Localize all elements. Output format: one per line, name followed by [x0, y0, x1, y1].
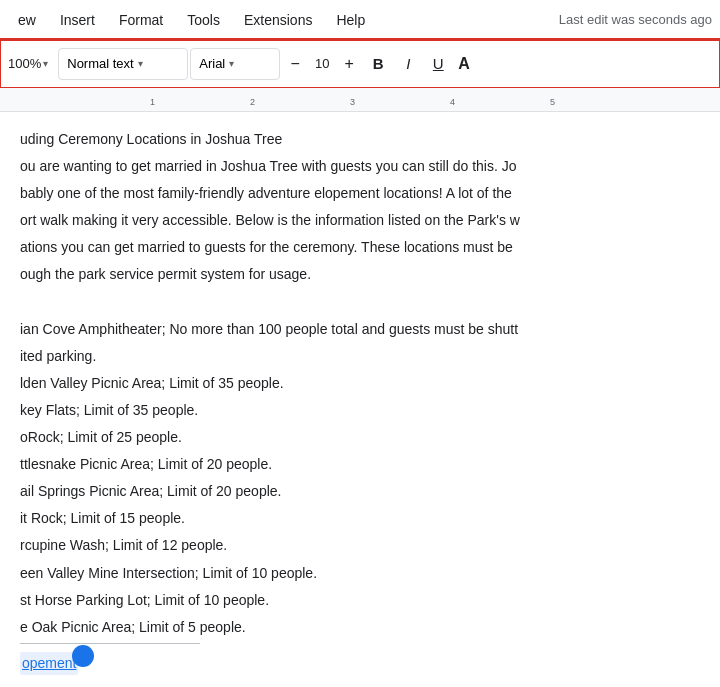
document-area[interactable]: uding Ceremony Locations in Joshua Tree …: [0, 112, 720, 687]
underline-button[interactable]: U: [424, 50, 452, 78]
line-7: ian Cove Amphitheater; No more than 100 …: [20, 318, 700, 341]
menu-item-view[interactable]: ew: [8, 8, 46, 32]
bold-button[interactable]: B: [364, 50, 392, 78]
line-6: [20, 291, 700, 314]
menu-item-help[interactable]: Help: [326, 8, 375, 32]
line-15: rcupine Wash; Limit of 12 people.: [20, 534, 700, 557]
line-1: ou are wanting to get married in Joshua …: [20, 155, 700, 178]
zoom-value: 100%: [8, 56, 41, 71]
last-edit-status: Last edit was seconds ago: [559, 12, 712, 27]
font-dropdown-icon: ▾: [229, 58, 234, 69]
horizontal-rule: [20, 643, 200, 644]
ruler-mark-5: 5: [550, 97, 555, 107]
font-select[interactable]: Arial ▾: [190, 48, 280, 80]
ruler-mark-2: 2: [250, 97, 255, 107]
ruler-mark-4: 4: [450, 97, 455, 107]
line-13: ail Springs Picnic Area; Limit of 20 peo…: [20, 480, 700, 503]
line-9: lden Valley Picnic Area; Limit of 35 peo…: [20, 372, 700, 395]
line-18: e Oak Picnic Area; Limit of 5 people.: [20, 616, 700, 639]
style-select-value: Normal text: [67, 56, 133, 71]
line-2: bably one of the most family-friendly ad…: [20, 182, 700, 205]
autocomplete-suggestion: opement: [20, 652, 78, 675]
ruler: 1 2 3 4 5: [0, 88, 720, 112]
line-11: oRock; Limit of 25 people.: [20, 426, 700, 449]
font-size-increase-button[interactable]: +: [336, 51, 362, 77]
ruler-mark-1: 1: [150, 97, 155, 107]
zoom-dropdown-icon: ▾: [43, 58, 48, 69]
line-8: ited parking.: [20, 345, 700, 368]
line-4: ations you can get married to guests for…: [20, 236, 700, 259]
font-color-button[interactable]: A: [458, 55, 470, 73]
font-size-control: − 10 +: [282, 51, 362, 77]
menu-bar: ew Insert Format Tools Extensions Help L…: [0, 0, 720, 40]
style-dropdown-icon: ▾: [138, 58, 143, 69]
ruler-mark-3: 3: [350, 97, 355, 107]
line-12: ttlesnake Picnic Area; Limit of 20 peopl…: [20, 453, 700, 476]
autocomplete-line: opement: [20, 652, 700, 675]
font-size-value: 10: [310, 56, 334, 71]
line-0: uding Ceremony Locations in Joshua Tree: [20, 128, 700, 151]
line-3: ort walk making it very accessible. Belo…: [20, 209, 700, 232]
document-content: uding Ceremony Locations in Joshua Tree …: [20, 128, 700, 675]
line-10: key Flats; Limit of 35 people.: [20, 399, 700, 422]
cursor-circle: [72, 645, 94, 667]
menu-item-tools[interactable]: Tools: [177, 8, 230, 32]
font-select-value: Arial: [199, 56, 225, 71]
zoom-control[interactable]: 100% ▾: [8, 56, 48, 71]
font-size-decrease-button[interactable]: −: [282, 51, 308, 77]
line-14: it Rock; Limit of 15 people.: [20, 507, 700, 530]
line-5: ough the park service permit system for …: [20, 263, 700, 286]
italic-button[interactable]: I: [394, 50, 422, 78]
menu-item-insert[interactable]: Insert: [50, 8, 105, 32]
ruler-content: 1 2 3 4 5: [0, 88, 720, 109]
line-17: st Horse Parking Lot; Limit of 10 people…: [20, 589, 700, 612]
menu-item-extensions[interactable]: Extensions: [234, 8, 322, 32]
menu-item-format[interactable]: Format: [109, 8, 173, 32]
style-select[interactable]: Normal text ▾: [58, 48, 188, 80]
line-16: een Valley Mine Intersection; Limit of 1…: [20, 562, 700, 585]
toolbar: 100% ▾ Normal text ▾ Arial ▾ − 10 + B I …: [0, 40, 720, 88]
